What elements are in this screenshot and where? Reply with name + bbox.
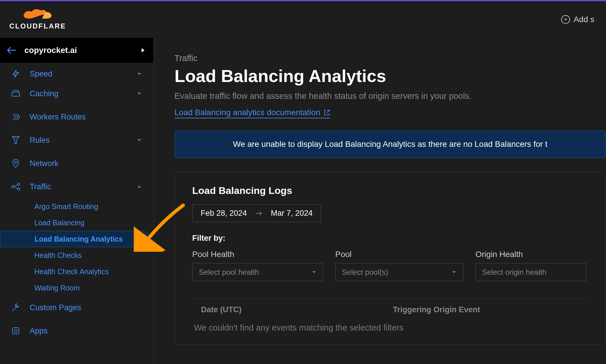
sidebar-item-rules[interactable]: Rules xyxy=(0,129,153,152)
date-range-picker[interactable]: Feb 28, 2024 Mar 7, 2024 xyxy=(192,204,321,222)
sidebar-item-label: Speed xyxy=(30,69,128,78)
pool-health-select[interactable]: Select pool health xyxy=(192,263,323,281)
add-site-label: Add s xyxy=(573,15,594,24)
date-to: Mar 7, 2024 xyxy=(271,209,313,218)
logs-table: Date (UTC) Triggering Origin Event We co… xyxy=(192,299,588,344)
pool-health-label: Pool Health xyxy=(192,250,323,259)
workers-icon xyxy=(10,112,21,122)
plus-circle-icon: + xyxy=(561,15,570,24)
domain-caret-icon xyxy=(141,48,145,53)
chevron-up-icon xyxy=(137,185,143,188)
warning-banner: We are unable to display Load Balancing … xyxy=(174,131,606,158)
sidebar-item-traffic[interactable]: Traffic xyxy=(0,175,153,198)
chevron-down-icon xyxy=(312,271,316,274)
logs-card: Load Balancing Logs Feb 28, 2024 Mar 7, … xyxy=(174,172,606,345)
breadcrumb: Traffic xyxy=(174,53,606,63)
chevron-down-icon xyxy=(452,271,457,274)
table-empty-message: We couldn't find any events matching the… xyxy=(192,321,588,344)
sidebar-item-custom-pages[interactable]: Custom Pages xyxy=(0,296,153,319)
sidebar-item-apps[interactable]: Apps xyxy=(0,319,153,342)
top-bar: CLOUDFLARE + Add s xyxy=(0,0,606,38)
brand-logo[interactable]: CLOUDFLARE xyxy=(9,9,66,30)
wrench-icon xyxy=(10,302,21,313)
chevron-down-icon xyxy=(137,139,143,142)
back-arrow-icon[interactable] xyxy=(7,47,16,54)
cloudflare-cloud-icon xyxy=(22,9,54,22)
sidebar-subitem-health-checks[interactable]: Health Checks xyxy=(0,247,150,263)
sidebar-item-caching[interactable]: Caching xyxy=(0,82,153,105)
banner-text: We are unable to display Load Balancing … xyxy=(233,140,547,149)
nodes-icon xyxy=(10,181,21,192)
bolt-icon xyxy=(10,69,21,79)
col-date: Date (UTC) xyxy=(201,305,393,314)
pool-select[interactable]: Select pool(s) xyxy=(335,263,463,281)
logs-heading: Load Balancing Logs xyxy=(192,185,588,196)
svg-point-2 xyxy=(15,137,16,138)
documentation-link-label: Load Balancing analytics documentation xyxy=(174,108,320,117)
sidebar-subitem-waiting-room[interactable]: Waiting Room xyxy=(0,280,150,296)
filter-by-label: Filter by: xyxy=(192,234,588,243)
sidebar-subitem-label: Waiting Room xyxy=(34,284,80,292)
select-placeholder: Select origin health xyxy=(482,268,546,277)
main-content: Traffic Load Balancing Analytics Evaluat… xyxy=(154,38,606,364)
sidebar-subitem-label: Health Check Analytics xyxy=(34,267,109,276)
sidebar-item-label: Custom Pages xyxy=(30,303,143,312)
sidebar-nav: Speed Caching Workers Routes Rules Netwo… xyxy=(0,63,153,345)
svg-rect-8 xyxy=(13,328,19,334)
page-title: Load Balancing Analytics xyxy=(174,66,606,86)
sidebar-item-label: Traffic xyxy=(30,182,128,191)
sidebar-item-speed[interactable]: Speed xyxy=(0,66,153,82)
external-link-icon xyxy=(324,109,330,116)
sidebar-subitem-label: Load Balancing xyxy=(34,219,84,227)
add-site-button[interactable]: + Add s xyxy=(561,15,594,24)
select-placeholder: Select pool health xyxy=(199,268,259,277)
chevron-down-icon xyxy=(137,92,143,95)
sidebar-item-network[interactable]: Network xyxy=(0,152,153,175)
sidebar-subitem-health-check-analytics[interactable]: Health Check Analytics xyxy=(0,263,150,280)
drive-icon xyxy=(10,88,21,99)
svg-point-4 xyxy=(15,161,17,163)
date-from: Feb 28, 2024 xyxy=(201,209,247,218)
sidebar-subitem-label: Load Balancing Analytics xyxy=(35,235,123,243)
domain-selector[interactable]: copyrocket.ai xyxy=(0,38,153,63)
arrow-right-icon xyxy=(255,211,263,216)
sidebar: copyrocket.ai Speed Caching Workers Rout… xyxy=(0,38,154,364)
origin-health-select[interactable]: Select origin health xyxy=(475,263,586,281)
svg-point-5 xyxy=(12,185,14,188)
filter-row: Pool Health Select pool health Pool Sele… xyxy=(192,250,588,281)
col-event: Triggering Origin Event xyxy=(393,305,580,314)
sidebar-item-label: Workers Routes xyxy=(30,113,143,122)
svg-point-6 xyxy=(17,183,20,185)
sidebar-subitem-label: Health Checks xyxy=(34,251,82,260)
apps-icon xyxy=(10,326,21,336)
sidebar-subitem-load-balancing-analytics[interactable]: Load Balancing Analytics xyxy=(0,231,150,247)
pin-icon xyxy=(10,158,21,169)
sidebar-item-label: Apps xyxy=(30,326,143,336)
documentation-link[interactable]: Load Balancing analytics documentation xyxy=(174,108,330,118)
page-subtitle: Evaluate traffic flow and assess the hea… xyxy=(174,91,606,101)
table-header: Date (UTC) Triggering Origin Event xyxy=(192,299,588,321)
svg-point-9 xyxy=(14,329,17,332)
sidebar-subitem-argo[interactable]: Argo Smart Routing xyxy=(0,198,150,215)
sidebar-item-label: Caching xyxy=(30,89,128,98)
chevron-down-icon xyxy=(137,72,143,75)
sidebar-subitem-label: Argo Smart Routing xyxy=(34,202,98,211)
sidebar-item-label: Network xyxy=(30,159,143,168)
domain-name: copyrocket.ai xyxy=(24,46,77,55)
pool-label: Pool xyxy=(335,250,463,259)
origin-health-label: Origin Health xyxy=(475,250,586,259)
svg-rect-0 xyxy=(12,92,19,96)
svg-point-7 xyxy=(17,188,20,190)
brand-text: CLOUDFLARE xyxy=(9,22,66,30)
funnel-icon xyxy=(10,135,21,145)
svg-point-3 xyxy=(17,137,18,138)
select-placeholder: Select pool(s) xyxy=(342,268,388,277)
sidebar-subitem-load-balancing[interactable]: Load Balancing xyxy=(0,215,150,231)
svg-point-1 xyxy=(14,137,15,138)
sidebar-item-label: Rules xyxy=(30,136,128,145)
sidebar-item-workers-routes[interactable]: Workers Routes xyxy=(0,105,153,129)
